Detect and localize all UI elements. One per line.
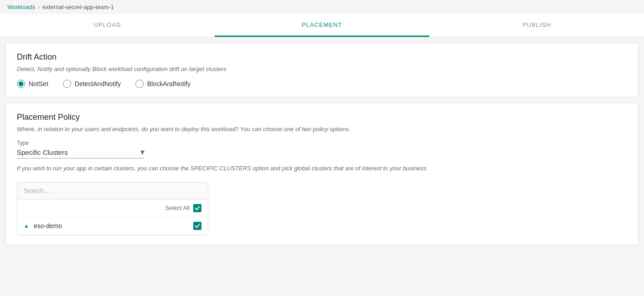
radio-blockandnotify[interactable]: BlockAndNotify [135,80,191,88]
tab-bar: UPLOAD PLACEMENT PUBLISH [0,14,644,37]
radio-detectandnotify[interactable]: DetectAndNotify [63,80,121,88]
breadcrumb-current: external-secret-app-team-1 [42,4,114,10]
tab-placement[interactable]: PLACEMENT [215,14,429,37]
expand-arrow-icon[interactable]: ▲ [24,223,29,229]
radio-detectandnotify-input[interactable] [63,80,71,88]
tab-publish[interactable]: PUBLISH [429,14,644,37]
cluster-checkbox[interactable] [193,222,201,230]
select-all-row: Select All [17,199,208,217]
select-all-label: Select All [165,204,190,211]
drift-action-options: NotSet DetectAndNotify BlockAndNotify [17,80,627,88]
select-all-checkbox[interactable] [193,204,201,212]
breadcrumb-link[interactable]: Workloads [7,4,35,10]
chevron-down-icon: ▾ [140,148,144,156]
cluster-name: eso-demo [34,222,189,230]
radio-notset-input[interactable] [17,80,25,88]
search-input[interactable] [17,183,208,199]
type-dropdown-value: Specific Clusters [17,148,140,156]
type-dropdown[interactable]: Specific Clusters ▾ [17,148,144,158]
cluster-list: Select All ▲ eso-demo [17,199,208,235]
radio-blockandnotify-label: BlockAndNotify [147,80,191,87]
drift-action-description: Detect, Notify and optionally Block work… [17,66,627,72]
placement-policy-description: Where, in relation to your users and end… [17,126,627,133]
list-item: ▲ eso-demo [17,217,208,235]
radio-blockandnotify-input[interactable] [135,80,144,88]
type-label: Type [17,140,627,146]
placement-policy-title: Placement Policy [17,112,627,122]
breadcrumb: Workloads › external-secret-app-team-1 [0,0,644,14]
tab-upload[interactable]: UPLOAD [0,14,215,37]
placement-policy-section: Placement Policy Where, in relation to y… [5,103,639,245]
drift-action-section: Drift Action Detect, Notify and optional… [5,43,639,97]
cluster-picker: Select All ▲ eso-demo [17,182,208,235]
drift-action-title: Drift Action [17,52,627,62]
radio-notset[interactable]: NotSet [17,80,48,88]
breadcrumb-separator: › [38,4,40,10]
radio-notset-label: NotSet [29,80,48,87]
radio-detectandnotify-label: DetectAndNotify [75,80,121,87]
placement-hint: If you wish to run your app in certain c… [17,164,627,173]
